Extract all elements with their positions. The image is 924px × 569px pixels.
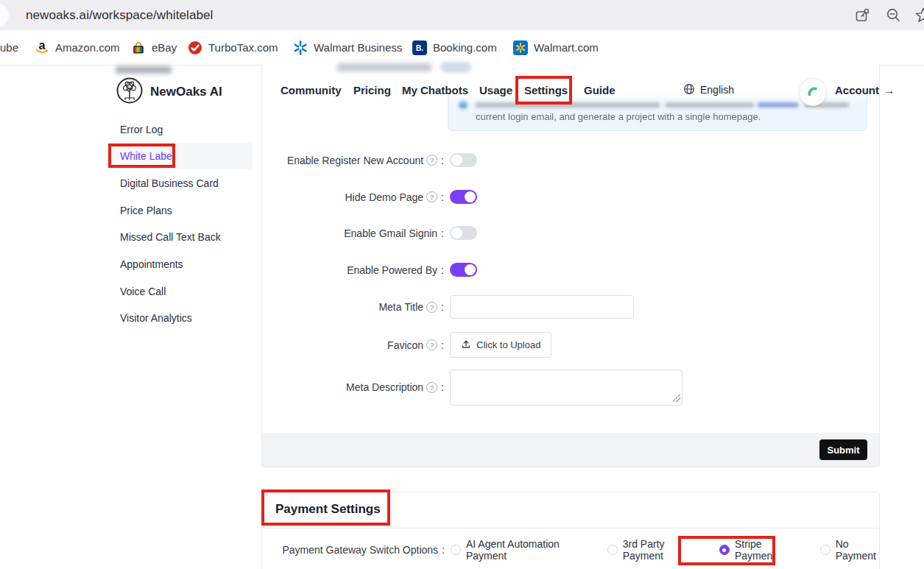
card-footer — [262, 433, 879, 467]
radio-3rd-party-payment[interactable]: 3rd Party Payment — [607, 538, 690, 562]
radio-icon[interactable] — [820, 545, 830, 555]
meta-description-textarea[interactable] — [450, 370, 683, 406]
blurred-scrolled-toggle — [440, 62, 471, 73]
walmart-com-icon — [513, 40, 528, 55]
sidebar-item-voice-call[interactable]: Voice Call — [108, 278, 253, 305]
bookmark-turbotax[interactable]: TurboTax.com — [188, 30, 278, 65]
blurred-sidebar-item — [116, 66, 172, 74]
account-menu[interactable]: Account → — [835, 76, 895, 104]
field-label: Favicon ? : — [261, 339, 444, 351]
help-icon[interactable]: ? — [426, 382, 437, 393]
field-label: Meta Title ? : — [261, 301, 444, 313]
meta-title-input[interactable] — [450, 295, 634, 319]
radio-icon[interactable] — [607, 545, 618, 555]
nav-community[interactable]: Community — [281, 76, 342, 104]
row-payment-gateway: Payment Gateway Switch Options : AI Agen… — [262, 538, 879, 562]
blurred-scrolled-text — [337, 63, 431, 71]
sidebar-item-visitor-analytics[interactable]: Visitor Analytics — [108, 305, 253, 331]
row-hide-demo-page: Hide Demo Page ? : — [261, 190, 880, 204]
bookmark-label: TurboTax.com — [208, 41, 278, 54]
submit-button[interactable]: Submit — [819, 439, 867, 460]
bookmark-label: Amazon.com — [55, 41, 120, 54]
bookmark-amazon[interactable]: a Amazon.com — [35, 30, 120, 65]
help-icon[interactable]: ? — [426, 191, 437, 202]
booking-icon: B. — [412, 40, 427, 55]
favicon-upload-button[interactable]: Click to Upload — [450, 332, 551, 358]
toggle-enable-register[interactable] — [450, 153, 477, 167]
language-label: English — [700, 84, 734, 96]
bookmark-label: Walmart Business — [314, 41, 402, 54]
bookmark-ebay[interactable]: eBay — [131, 30, 177, 65]
account-label: Account — [835, 84, 879, 96]
sidebar-item-digital-business-card[interactable]: Digital Business Card — [108, 170, 253, 197]
reload-button-partial[interactable] — [0, 3, 9, 28]
walmart-spark-icon — [293, 40, 308, 55]
language-selector[interactable]: English — [683, 76, 734, 104]
help-icon[interactable]: ? — [426, 339, 437, 350]
nav-usage[interactable]: Usage — [479, 76, 512, 104]
toggle-gmail-signin[interactable] — [450, 226, 477, 240]
toggle-hide-demo-page[interactable] — [450, 190, 477, 204]
nav-my-chatbots[interactable]: My Chatbots — [402, 76, 468, 104]
row-enable-register: Enable Register New Account ? : — [261, 153, 880, 167]
radio-icon[interactable] — [451, 545, 461, 555]
browser-address-bar: newoaks.ai/workspace/whitelabel — [0, 0, 924, 30]
payment-settings-title: Payment Settings — [275, 502, 381, 517]
turbotax-check-icon — [188, 40, 202, 55]
row-gmail-signin: Enable Gmail Signin : — [261, 226, 880, 240]
ebay-icon — [131, 40, 146, 55]
row-meta-title: Meta Title ? : — [261, 295, 880, 319]
banner-text: current login email, and generate a proj… — [476, 111, 761, 122]
field-label: Meta Description ? : — [261, 381, 444, 393]
row-meta-description: Meta Description ? : — [261, 370, 880, 406]
password-key-icon[interactable] — [854, 7, 872, 24]
bookmark-label: Booking.com — [433, 41, 497, 54]
upload-icon — [461, 339, 471, 351]
zoom-out-icon[interactable] — [885, 7, 903, 24]
newoaks-logo-icon — [116, 77, 144, 107]
phone-icon — [805, 85, 820, 99]
help-icon[interactable]: ? — [426, 302, 437, 313]
url-field[interactable]: newoaks.ai/workspace/whitelabel — [26, 0, 482, 30]
payment-gateway-radio-group: AI Agent Automation Payment 3rd Party Pa… — [451, 538, 879, 562]
favorite-star-icon[interactable] — [914, 7, 924, 24]
bookmark-walmart-business[interactable]: Walmart Business — [293, 30, 402, 65]
sidebar-item-white-label[interactable]: White Label — [108, 143, 253, 169]
nav-guide[interactable]: Guide — [584, 76, 616, 104]
radio-no-payment[interactable]: No Payment — [820, 538, 879, 562]
bookmark-walmart-com[interactable]: Walmart.com — [513, 30, 599, 65]
sidebar-item-missed-call-text-back[interactable]: Missed Call Text Back — [108, 224, 253, 250]
bookmark-label: eBay — [152, 41, 177, 54]
field-label: Enable Register New Account ? : — [261, 155, 444, 166]
resize-handle-icon[interactable] — [673, 395, 680, 402]
arrow-right-icon: → — [884, 84, 895, 96]
bookmark-booking[interactable]: B. Booking.com — [412, 30, 497, 65]
field-label: Hide Demo Page ? : — [261, 191, 444, 203]
field-label: Enable Powered By : — [261, 264, 444, 276]
brand-name: NewOaks AI — [150, 85, 222, 99]
brand[interactable]: NewOaks AI — [116, 77, 222, 107]
globe-icon — [683, 83, 695, 97]
nav-settings[interactable]: Settings — [524, 76, 568, 104]
field-label: Enable Gmail Signin : — [261, 227, 444, 239]
amazon-icon: a — [35, 40, 49, 55]
row-powered-by: Enable Powered By : — [261, 263, 880, 277]
bookmark-label: Walmart.com — [534, 41, 599, 54]
radio-stripe-payment[interactable]: Stripe Payment — [719, 538, 790, 562]
sidebar-item-price-plans[interactable]: Price Plans — [108, 197, 253, 224]
help-icon[interactable]: ? — [426, 155, 437, 166]
divider — [262, 528, 879, 529]
radio-ai-agent-automation-payment[interactable]: AI Agent Automation Payment — [451, 538, 576, 562]
bookmark-label: ube — [0, 41, 18, 54]
nav-pricing[interactable]: Pricing — [353, 76, 391, 104]
field-label: Payment Gateway Switch Options : — [262, 544, 445, 556]
payment-settings-card: Payment Settings Payment Gateway Switch … — [261, 492, 880, 569]
toggle-powered-by[interactable] — [450, 263, 477, 277]
bookmark-youtube-partial[interactable]: ube — [0, 30, 18, 65]
row-favicon: Favicon ? : Click to Upload — [261, 332, 880, 358]
sidebar-item-appointments[interactable]: Appointments — [108, 251, 253, 278]
sidebar-item-error-log[interactable]: Error Log — [108, 116, 253, 143]
radio-selected-icon[interactable] — [719, 545, 730, 555]
account-avatar[interactable] — [799, 78, 827, 106]
